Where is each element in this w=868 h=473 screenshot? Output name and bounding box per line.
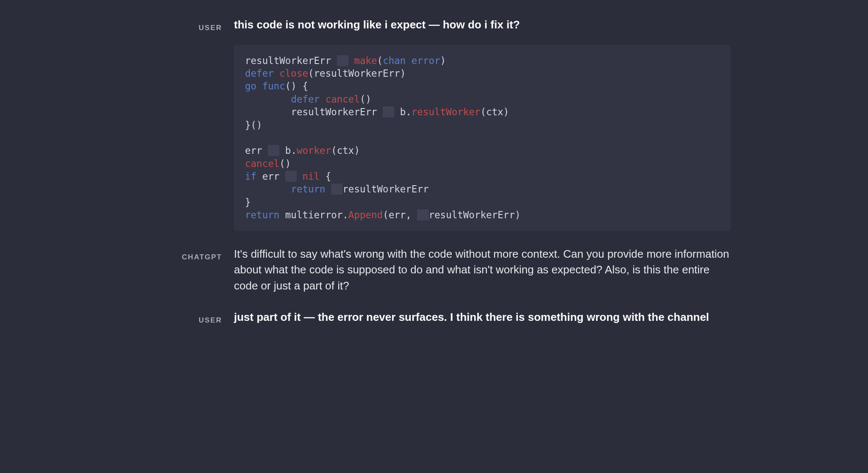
code-token: [274, 68, 280, 79]
code-token: err: [245, 145, 268, 156]
code-token: return: [245, 209, 279, 220]
code-token: resultWorkerErr: [291, 106, 383, 117]
user-message-text: just part of it — the error never surfac…: [234, 309, 731, 326]
role-column: USER: [137, 309, 234, 326]
code-token: Append: [348, 209, 383, 220]
code-token: [320, 94, 326, 105]
code-token: nil: [302, 171, 320, 182]
code-token: worker: [297, 145, 331, 156]
code-token: (): [279, 158, 291, 169]
code-token: if: [245, 171, 256, 182]
role-label-assistant: CHATGPT: [182, 253, 222, 261]
code-token: (: [377, 55, 383, 66]
code-token: ,: [406, 209, 417, 220]
role-column: CHATGPT: [137, 246, 234, 263]
code-token: resultWorkerErr: [429, 209, 515, 220]
code-token: err: [389, 209, 406, 220]
code-token: :=: [268, 145, 279, 156]
message-row: USER this code is not working like i exp…: [137, 17, 731, 231]
message-column: this code is not working like i expect —…: [234, 17, 731, 231]
code-token: [245, 132, 251, 143]
code-token: ): [515, 209, 521, 220]
code-token: <-: [417, 209, 428, 220]
code-token: err: [256, 171, 285, 182]
message-row: USER just part of it — the error never s…: [137, 309, 731, 326]
code-token: b: [279, 145, 291, 156]
message-row: CHATGPT It's difficult to say what's wro…: [137, 246, 731, 294]
role-column: USER: [137, 17, 234, 34]
message-column: It's difficult to say what's wrong with …: [234, 246, 731, 294]
code-token: ctx: [486, 106, 504, 117]
code-token: ): [440, 55, 446, 66]
code-block: resultWorkerErr := make(chan error)defer…: [234, 45, 731, 231]
code-token: ): [504, 106, 509, 117]
code-token: resultWorkerErr: [245, 55, 337, 66]
code-token: (: [383, 209, 389, 220]
code-token: defer: [291, 94, 320, 105]
code-token: (: [480, 106, 486, 117]
code-token: return: [291, 184, 325, 195]
code-token: error: [412, 55, 440, 66]
code-token: cancel: [326, 94, 360, 105]
code-token: [245, 94, 291, 105]
chat-transcript: USER this code is not working like i exp…: [112, 0, 756, 367]
code-token: .: [342, 209, 348, 220]
code-token: resultWorkerErr: [342, 184, 428, 195]
code-token: ctx: [337, 145, 354, 156]
code-token: :=: [337, 55, 348, 66]
code-token: [297, 171, 303, 182]
code-token: ==: [285, 171, 297, 182]
code-token: <-: [383, 106, 394, 117]
code-token: [256, 81, 262, 92]
code-token: cancel: [245, 158, 279, 169]
code-token: func: [262, 81, 285, 92]
code-token: (: [331, 145, 337, 156]
code-token: }(): [245, 120, 262, 131]
code-token: (): [285, 81, 297, 92]
code-token: make: [354, 55, 377, 66]
code-token: <-: [331, 184, 342, 195]
code-token: [348, 55, 354, 66]
code-token: multierror: [279, 209, 342, 220]
message-column: just part of it — the error never surfac…: [234, 309, 731, 326]
code-token: chan: [383, 55, 406, 66]
code-token: ): [400, 68, 406, 79]
code-token: defer: [245, 68, 274, 79]
code-token: .: [291, 145, 297, 156]
role-label-user: USER: [199, 24, 222, 32]
code-token: ): [354, 145, 360, 156]
code-token: go: [245, 81, 256, 92]
code-token: }: [245, 197, 251, 208]
user-message-text: this code is not working like i expect —…: [234, 17, 731, 33]
code-token: [245, 106, 291, 117]
code-token: b: [394, 106, 406, 117]
code-token: {: [326, 171, 331, 182]
code-token: (: [308, 68, 314, 79]
code-token: [326, 184, 331, 195]
code-token: {: [302, 81, 308, 92]
code-token: [406, 55, 412, 66]
code-token: (): [360, 94, 371, 105]
code-token: close: [279, 68, 308, 79]
code-token: resultWorkerErr: [314, 68, 400, 79]
assistant-message-text: It's difficult to say what's wrong with …: [234, 246, 731, 294]
role-label-user: USER: [199, 316, 222, 324]
code-token: [297, 81, 303, 92]
code-token: [320, 171, 326, 182]
code-token: resultWorker: [412, 106, 481, 117]
code-token: [245, 184, 291, 195]
code-token: .: [406, 106, 412, 117]
